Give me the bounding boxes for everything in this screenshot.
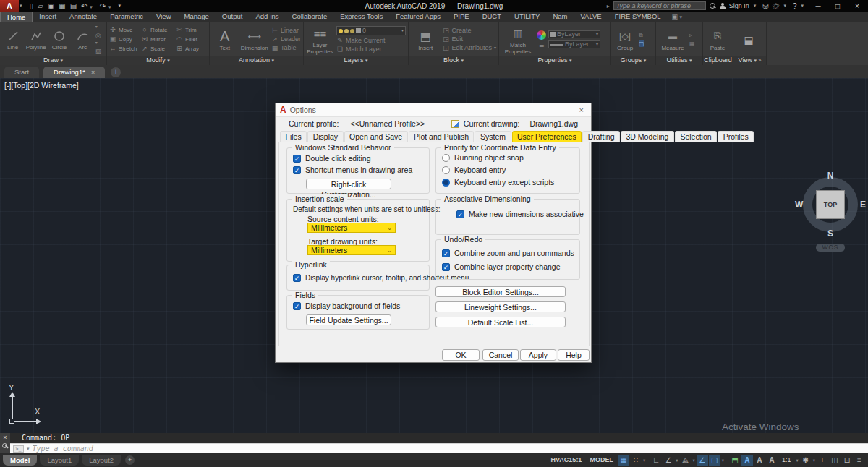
edit-block-tool[interactable]: ◲Edit <box>442 36 496 43</box>
keyboard-entry-except-scripts-radio[interactable]: Keyboard entry except scripts <box>442 178 554 187</box>
minimize-button[interactable]: ─ <box>810 2 826 10</box>
paste-tool[interactable]: ⎘ Paste <box>705 27 730 52</box>
help-button[interactable]: Help <box>558 349 590 361</box>
annoscale-caret-icon[interactable]: ▾ <box>795 458 799 463</box>
ellipse-icon[interactable]: ◎ ▾ <box>95 33 104 46</box>
text-tool[interactable]: A Text <box>212 27 237 52</box>
snap-mode-icon[interactable]: ⁙ <box>630 455 642 466</box>
autosnap-icon[interactable]: ∠ <box>697 455 708 466</box>
viewcube-south[interactable]: S <box>827 228 833 239</box>
scale-tool[interactable]: ↗Scale <box>141 45 174 53</box>
file-tab-start[interactable]: Start <box>4 67 39 78</box>
ribbon-tab-valve[interactable]: VALVE <box>574 12 608 22</box>
help-caret-icon[interactable]: ▾ <box>801 3 804 9</box>
edit-attributes-tool[interactable]: ◱Edit Attributes ▾ <box>442 45 496 51</box>
ribbon-tab-pipe[interactable]: PIPE <box>447 12 476 22</box>
selection-cycling-icon[interactable]: ⬒ <box>729 455 741 466</box>
annotation-monitor-icon[interactable]: + <box>817 455 828 466</box>
help-icon[interactable]: ? <box>793 2 797 10</box>
calculator-icon[interactable]: ▦ <box>689 40 695 47</box>
command-customize-icon[interactable] <box>2 443 8 449</box>
color-control-dropdown[interactable]: ByLayer ▾ <box>548 30 600 38</box>
right-click-customization-button[interactable]: Right-click Customization... <box>306 179 391 189</box>
grid-toggle-icon[interactable]: ▦ <box>618 455 629 466</box>
osnap-caret-icon[interactable]: ▾ <box>721 458 725 463</box>
sign-in-caret-icon[interactable]: ▾ <box>754 3 757 9</box>
new-file-icon[interactable]: ▯ <box>30 2 34 10</box>
groups-panel-label[interactable]: Groups ▾ <box>611 56 655 65</box>
options-tab-profiles[interactable]: Profiles <box>718 131 754 142</box>
lineweight-settings-button[interactable]: Lineweight Settings... <box>435 301 566 312</box>
file-tab-drawing1[interactable]: Drawing1* × <box>43 67 105 78</box>
double-click-editing-checkbox[interactable]: ✓ Double click editing <box>293 154 370 163</box>
cancel-button[interactable]: Cancel <box>482 349 519 361</box>
running-object-snap-radio[interactable]: Running object snap <box>442 153 524 162</box>
lineweight-list-icon[interactable]: ☰ <box>539 42 544 48</box>
command-input[interactable] <box>33 445 868 453</box>
clean-screen-icon[interactable]: ⊡ <box>841 455 853 466</box>
make-dimensions-associative-checkbox[interactable]: ✓ Make new dimensions associative <box>456 210 584 218</box>
app-store-cart-icon[interactable]: ⛁ <box>762 2 768 10</box>
search-expand-icon[interactable]: ▸ <box>607 3 610 9</box>
ribbon-tab-utility[interactable]: UTILITY <box>508 12 546 22</box>
layer-properties-tool[interactable]: ≡≡ Layer Properties <box>306 24 334 55</box>
create-block-tool[interactable]: ◳Create <box>442 27 496 34</box>
keyboard-entry-radio[interactable]: Keyboard entry <box>442 166 506 174</box>
application-menu-caret-icon[interactable]: ▾ <box>20 3 22 9</box>
combine-layer-property-checkbox[interactable]: ✓ Combine layer property change <box>442 262 561 271</box>
new-drawing-tab-button[interactable]: + <box>111 67 121 77</box>
arc-tool[interactable]: Arc <box>72 28 93 51</box>
view-panel-label[interactable]: View ▾ » <box>733 56 766 65</box>
save-as-icon[interactable]: ▦ <box>59 2 65 10</box>
isodraft-caret-icon[interactable]: ▾ <box>692 458 695 463</box>
block-editor-settings-button[interactable]: Block Editor Settings... <box>435 286 566 297</box>
fillet-tool[interactable]: ◠Fillet <box>176 35 205 43</box>
ribbon-tab-express-tools[interactable]: Express Tools <box>333 12 389 22</box>
viewcube-west[interactable]: W <box>795 200 803 210</box>
restore-button[interactable]: □ <box>830 2 846 10</box>
ribbon-tab-manage[interactable]: Manage <box>178 12 216 22</box>
object-snap-icon[interactable]: ▢ <box>709 455 720 466</box>
ribbon-tab-annotate[interactable]: Annotate <box>63 12 103 22</box>
help-search-input[interactable] <box>613 1 706 10</box>
autoscale-icon[interactable]: 𝐀 <box>754 455 765 466</box>
layers-panel-label[interactable]: Layers ▾ <box>304 56 408 65</box>
make-current-tool[interactable]: ✎Make Current <box>336 38 406 44</box>
ribbon-tab-parametric[interactable]: Parametric <box>103 12 150 22</box>
viewcube[interactable]: N S W E TOP <box>798 172 863 237</box>
modify-panel-label[interactable]: Modify ▾ <box>107 56 209 65</box>
application-menu-button[interactable]: A <box>0 0 19 12</box>
close-button[interactable]: × <box>849 2 865 10</box>
target-units-dropdown[interactable]: Millimeters ⌄ <box>307 245 396 255</box>
viewcube-north[interactable]: N <box>827 171 834 181</box>
linetype-control-dropdown[interactable]: ByLayer ▾ <box>548 40 600 48</box>
properties-panel-label[interactable]: Properties ▾ <box>499 56 610 65</box>
plot-icon[interactable]: ▤ <box>70 2 77 10</box>
linear-tool[interactable]: ⊢Linear <box>271 27 301 34</box>
ribbon-tab-collaborate[interactable]: Collaborate <box>286 12 334 22</box>
ungroup-icon[interactable]: ⧉ <box>639 32 644 38</box>
options-tab-files[interactable]: Files <box>280 131 307 142</box>
group-edit-icon[interactable]: ▢ <box>639 40 644 47</box>
line-tool[interactable]: Line <box>2 28 23 51</box>
ribbon-tab-duct[interactable]: DUCT <box>476 12 508 22</box>
annotation-scale-value[interactable]: 1:1 <box>778 454 795 466</box>
options-dialog-close-icon[interactable]: × <box>576 106 587 114</box>
sign-in-avatar-icon[interactable] <box>720 3 726 9</box>
file-tab-close-icon[interactable]: × <box>91 67 95 78</box>
default-scale-list-button[interactable]: Default Scale List... <box>435 317 566 327</box>
viewcube-top-face[interactable]: TOP <box>816 190 845 219</box>
snap-caret-icon[interactable]: ▾ <box>642 458 646 463</box>
autodesk-360-share-icon[interactable]: ⚝ <box>773 1 780 10</box>
insert-block-tool[interactable]: ⬒ Insert <box>411 27 440 52</box>
polar-tracking-icon[interactable]: ∠ <box>663 455 674 466</box>
model-space-toggle[interactable]: MODEL <box>586 454 617 466</box>
ribbon-tab-addins[interactable]: Add-ins <box>249 12 285 22</box>
options-tab-drafting[interactable]: Drafting <box>582 131 620 142</box>
ribbon-tab-home[interactable]: Home <box>0 12 33 22</box>
apply-button[interactable]: Apply <box>520 349 556 361</box>
share-caret-icon[interactable]: ▾ <box>783 3 786 9</box>
screencast-icon[interactable]: ▣ ▾ <box>668 13 687 20</box>
ribbon-tab-output[interactable]: Output <box>216 12 250 22</box>
match-properties-tool[interactable]: ▥ Match Properties <box>501 24 535 55</box>
